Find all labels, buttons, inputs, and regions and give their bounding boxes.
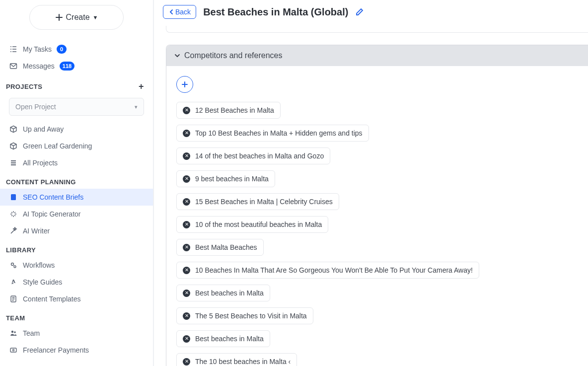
team-header: TEAM [0,307,153,325]
sidebar-item-workflows[interactable]: Workflows [0,257,153,274]
svg-point-2 [11,263,14,266]
project-label: Up and Away [23,125,64,133]
competitors-panel-header[interactable]: Competitors and references [166,45,588,66]
sidebar-item-messages[interactable]: Messages 118 [0,58,153,74]
sidebar-item-ai-topic[interactable]: AI Topic Generator [0,206,153,222]
sidebar-item-project-0[interactable]: Up and Away [0,121,153,138]
competitor-chip[interactable]: ✕Top 10 Best Beaches in Malta + Hidden g… [176,125,369,142]
sidebar-item-seo-briefs[interactable]: SEO Content Briefs [0,189,153,206]
competitor-chip[interactable]: ✕10 of the most beautiful beaches in Mal… [176,216,328,233]
previous-section-edge [166,26,588,33]
remove-competitor-button[interactable]: ✕ [183,107,190,114]
content-planning-label: CONTENT PLANNING [6,178,76,186]
team-item-label: Team [23,329,40,337]
ai-writer-label: AI Writer [23,227,50,235]
list-icon [9,158,18,167]
competitor-chip[interactable]: ✕Best Malta Beaches [176,239,264,256]
sidebar-item-all-projects[interactable]: All Projects [0,154,153,171]
competitor-row: ✕Top 10 Best Beaches in Malta + Hidden g… [176,125,578,142]
sidebar-item-my-tasks[interactable]: My Tasks 0 [0,41,153,58]
competitor-chip[interactable]: ✕14 of the best beaches in Malta and Goz… [176,147,330,164]
document-icon [9,193,18,202]
sidebar: Create ▼ My Tasks 0 Messages 118 PROJECT… [0,0,154,366]
remove-competitor-button[interactable]: ✕ [183,267,190,274]
templates-label: Content Templates [23,295,80,303]
svg-rect-7 [10,348,16,352]
project-label: Green Leaf Gardening [23,142,92,150]
gears-icon [9,261,18,270]
add-project-button[interactable]: + [139,81,144,92]
competitor-row: ✕9 best beaches in Malta [176,170,578,187]
sidebar-item-freelancer-payments[interactable]: Freelancer Payments [0,342,153,359]
remove-competitor-button[interactable]: ✕ [183,358,190,366]
remove-competitor-button[interactable]: ✕ [183,290,190,297]
content-planning-header: CONTENT PLANNING [0,171,153,189]
remove-competitor-button[interactable]: ✕ [183,130,190,137]
back-label: Back [175,8,191,16]
competitor-chip[interactable]: ✕Best beaches in Malta [176,330,270,347]
remove-competitor-button[interactable]: ✕ [183,175,190,183]
sidebar-item-style-guides[interactable]: Style Guides [0,274,153,291]
competitor-row: ✕10 Beaches In Malta That Are So Gorgeou… [176,262,578,279]
competitor-chip[interactable]: ✕10 Beaches In Malta That Are So Gorgeou… [176,262,479,279]
remove-competitor-button[interactable]: ✕ [183,221,190,228]
sidebar-item-templates[interactable]: Content Templates [0,291,153,307]
competitor-chip[interactable]: ✕15 Best Beaches in Malta | Celebrity Cr… [176,193,339,210]
back-button[interactable]: Back [163,5,196,19]
competitor-row: ✕15 Best Beaches in Malta | Celebrity Cr… [176,193,578,210]
cube-icon [9,125,18,134]
svg-point-5 [11,331,13,333]
competitor-row: ✕12 Best Beaches in Malta [176,102,578,119]
cube-icon [9,142,18,150]
competitor-row: ✕14 of the best beaches in Malta and Goz… [176,147,578,164]
competitor-label: Best beaches in Malta [195,289,264,297]
competitor-row: ✕10 of the most beautiful beaches in Mal… [176,216,578,233]
template-icon [9,294,18,303]
style-guides-label: Style Guides [23,278,62,286]
create-button[interactable]: Create ▼ [29,5,124,30]
create-label: Create [66,13,90,22]
competitor-label: 10 Beaches In Malta That Are So Gorgeous… [195,266,473,274]
sidebar-item-team[interactable]: Team [0,325,153,342]
svg-point-8 [12,349,14,351]
svg-point-6 [14,331,16,333]
competitor-label: 10 of the most beautiful beaches in Malt… [195,220,322,228]
messages-label: Messages [23,62,55,70]
competitor-chip[interactable]: ✕The 10 best beaches in Malta ‹ [176,353,297,366]
wand-icon [9,226,18,235]
competitor-chip[interactable]: ✕Best beaches in Malta [176,285,270,301]
competitor-label: 15 Best Beaches in Malta | Celebrity Cru… [195,198,333,206]
remove-competitor-button[interactable]: ✕ [183,198,190,206]
spark-icon [9,210,18,219]
remove-competitor-button[interactable]: ✕ [183,152,190,160]
font-icon [9,278,18,287]
competitor-label: Best beaches in Malta [195,335,264,343]
competitor-chip[interactable]: ✕9 best beaches in Malta [176,170,275,187]
remove-competitor-button[interactable]: ✕ [183,335,190,343]
tasks-icon [9,45,18,54]
competitor-chip[interactable]: ✕12 Best Beaches in Malta [176,102,281,119]
payment-icon [9,346,18,355]
open-project-select[interactable]: Open Project ▾ [9,98,144,116]
messages-badge: 118 [60,62,74,71]
projects-header-label: PROJECTS [6,83,42,90]
caret-down-icon: ▼ [93,14,98,20]
chevron-left-icon [168,9,174,15]
team-label: TEAM [6,314,25,322]
library-label: LIBRARY [6,246,36,254]
competitor-label: Top 10 Best Beaches in Malta + Hidden ge… [195,129,363,137]
library-header: LIBRARY [0,239,153,257]
competitor-chip[interactable]: ✕The 5 Best Beaches to Visit in Malta [176,307,313,324]
my-tasks-badge: 0 [57,45,67,54]
remove-competitor-button[interactable]: ✕ [183,312,190,320]
add-competitor-button[interactable] [176,76,193,93]
competitor-list: ✕12 Best Beaches in Malta✕Top 10 Best Be… [176,102,578,366]
caret-down-icon: ▾ [135,104,138,110]
ai-topic-label: AI Topic Generator [23,210,80,218]
edit-title-button[interactable] [355,7,364,16]
sidebar-item-ai-writer[interactable]: AI Writer [0,222,153,239]
workflows-label: Workflows [23,261,55,269]
remove-competitor-button[interactable]: ✕ [183,244,190,251]
chevron-down-icon [174,53,180,59]
sidebar-item-project-1[interactable]: Green Leaf Gardening [0,138,153,154]
